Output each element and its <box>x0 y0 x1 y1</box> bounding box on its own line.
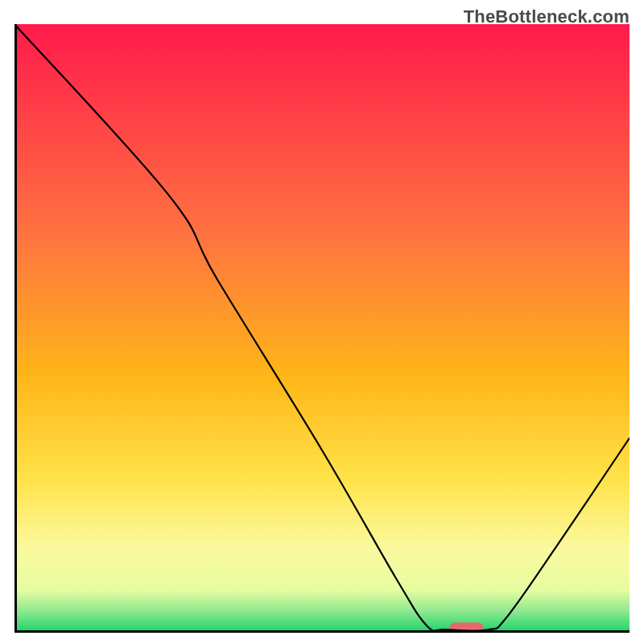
chart-container: TheBottleneck.com <box>0 0 644 644</box>
chart-svg <box>14 24 630 633</box>
plot-area <box>14 24 630 633</box>
gradient-background <box>14 24 630 633</box>
